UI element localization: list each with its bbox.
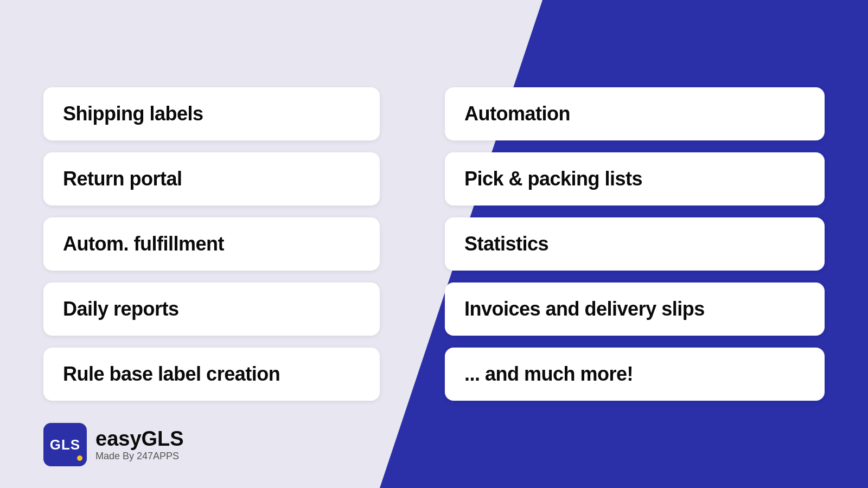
feature-label-return-portal: Return portal: [63, 168, 182, 190]
feature-label-statistics: Statistics: [464, 233, 548, 255]
made-by: Made By 247APPS: [95, 451, 184, 462]
feature-label-invoices: Invoices and delivery slips: [464, 298, 705, 320]
feature-label-daily-reports: Daily reports: [63, 298, 179, 320]
feature-label-shipping-labels: Shipping labels: [63, 102, 203, 125]
feature-card-automation: Automation: [445, 87, 825, 140]
feature-card-more: ... and much more!: [445, 348, 825, 401]
feature-card-shipping-labels: Shipping labels: [43, 87, 380, 140]
feature-card-autom-fulfillment: Autom. fulfillment: [43, 217, 380, 271]
feature-card-pick-packing: Pick & packing lists: [445, 152, 825, 206]
gls-dot: [77, 455, 82, 461]
feature-label-autom-fulfillment: Autom. fulfillment: [63, 233, 224, 255]
logo-area: GLS easyGLS Made By 247APPS: [43, 423, 184, 466]
feature-card-daily-reports: Daily reports: [43, 282, 380, 336]
feature-label-automation: Automation: [464, 102, 570, 125]
app-name: easyGLS: [95, 427, 184, 451]
right-column: AutomationPick & packing listsStatistics…: [412, 0, 868, 488]
feature-card-rule-base-label: Rule base label creation: [43, 348, 380, 401]
feature-label-rule-base-label: Rule base label creation: [63, 363, 280, 386]
logo-text-area: easyGLS Made By 247APPS: [95, 427, 184, 462]
left-column: Shipping labelsReturn portalAutom. fulfi…: [0, 0, 412, 488]
feature-label-more: ... and much more!: [464, 363, 633, 386]
gls-badge-text: GLS: [50, 436, 80, 453]
feature-label-pick-packing: Pick & packing lists: [464, 168, 642, 190]
gls-badge: GLS: [43, 423, 87, 466]
feature-card-statistics: Statistics: [445, 217, 825, 271]
feature-card-return-portal: Return portal: [43, 152, 380, 206]
feature-card-invoices: Invoices and delivery slips: [445, 282, 825, 336]
